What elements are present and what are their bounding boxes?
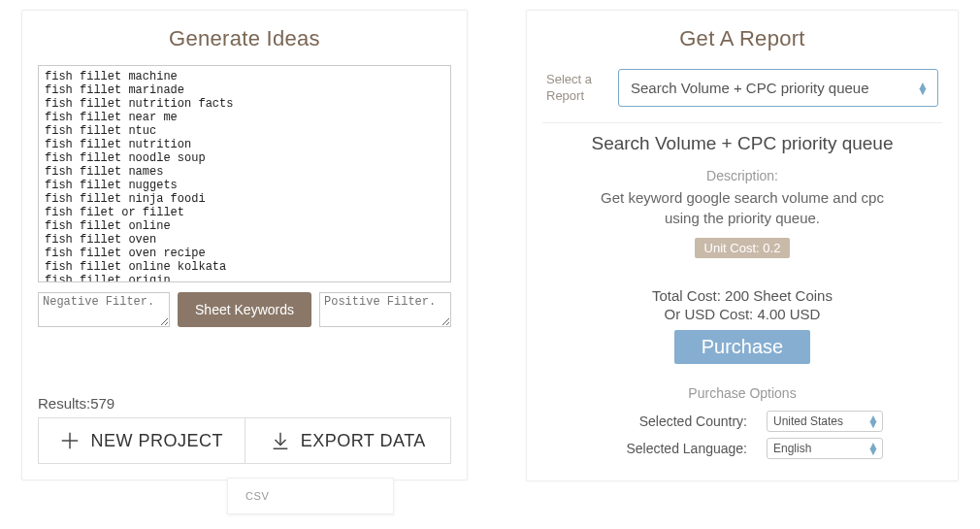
report-select[interactable]: Search Volume + CPC priority queue ▲▼ — [618, 69, 938, 107]
get-report-panel: Get A Report Select a Report Search Volu… — [526, 10, 959, 481]
results-value: 579 — [90, 395, 114, 412]
results-count: Results:579 — [38, 395, 451, 412]
new-project-button[interactable]: NEW PROJECT — [39, 418, 245, 463]
filter-row: Sheet Keywords — [38, 292, 451, 327]
country-select[interactable]: United States ▲▼ — [767, 411, 883, 432]
chevron-updown-icon: ▲▼ — [917, 83, 926, 94]
country-label: Selected Country: — [602, 413, 747, 429]
export-format-dropdown[interactable]: CSV — [227, 478, 394, 514]
export-data-button[interactable]: EXPORT DATA — [245, 418, 451, 463]
export-data-label: EXPORT DATA — [301, 431, 426, 451]
negative-filter-input[interactable] — [38, 292, 170, 327]
report-details: Search Volume + CPC priority queue Descr… — [542, 133, 942, 459]
purchase-button[interactable]: Purchase — [674, 330, 811, 364]
action-bar: NEW PROJECT EXPORT DATA — [38, 417, 451, 464]
sheet-keywords-button[interactable]: Sheet Keywords — [178, 292, 311, 327]
results-label: Results: — [38, 395, 90, 412]
usd-cost: Or USD Cost: 4.00 USD — [542, 306, 942, 322]
download-icon — [270, 430, 291, 451]
csv-option[interactable]: CSV — [245, 490, 269, 502]
unit-cost-badge: Unit Cost: 0.2 — [695, 238, 791, 258]
description-label: Description: — [542, 168, 942, 183]
report-select-value: Search Volume + CPC priority queue — [631, 80, 869, 96]
report-select-row: Select a Report Search Volume + CPC prio… — [546, 69, 938, 107]
country-value: United States — [773, 414, 843, 428]
purchase-options-title: Purchase Options — [542, 385, 942, 401]
purchase-options: Purchase Options Selected Country: Unite… — [542, 385, 942, 459]
positive-filter-input[interactable] — [319, 292, 451, 327]
generate-ideas-panel: Generate Ideas Sheet Keywords Results:57… — [21, 10, 468, 480]
total-cost: Total Cost: 200 Sheet Coins — [542, 287, 942, 304]
language-select[interactable]: English ▲▼ — [767, 438, 883, 459]
generate-ideas-title: Generate Ideas — [38, 26, 451, 51]
language-value: English — [773, 442, 811, 455]
language-label: Selected Language: — [602, 441, 747, 456]
description-text: Get keyword google search volume and cpc… — [587, 187, 898, 228]
chevron-updown-icon: ▲▼ — [867, 443, 876, 454]
chevron-updown-icon: ▲▼ — [867, 415, 876, 427]
get-report-title: Get A Report — [542, 26, 942, 51]
report-details-title: Search Volume + CPC priority queue — [542, 133, 942, 154]
divider — [542, 122, 942, 123]
keywords-textarea[interactable] — [38, 65, 451, 282]
report-select-label: Select a Report — [546, 72, 604, 105]
plus-icon — [59, 430, 81, 451]
new-project-label: NEW PROJECT — [90, 431, 223, 451]
